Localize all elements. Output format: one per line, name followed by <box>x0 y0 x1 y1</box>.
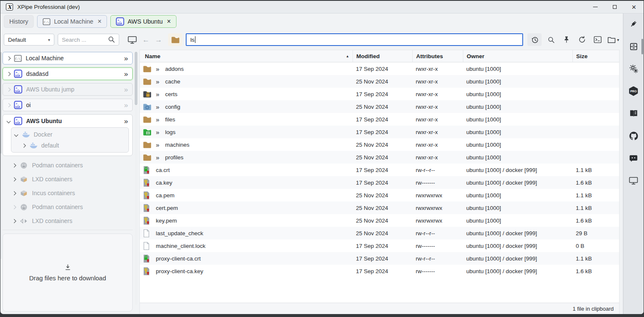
sidebar-left-scrollbar[interactable] <box>0 52 2 259</box>
file-name: files <box>165 116 175 123</box>
table-row[interactable]: proxy-client-ca.key17 Sep 2024rw-------u… <box>140 265 619 277</box>
table-row[interactable]: key.pem25 Nov 2024rwxrwxrwxubuntu [1000]… <box>140 214 619 227</box>
expand-chevrons-icon[interactable]: » <box>156 116 165 123</box>
sidebar-item-podman-containers[interactable]: Podman containers <box>13 160 133 170</box>
tab-history[interactable]: History <box>4 15 34 28</box>
sidebar-item-lxd-containers[interactable]: LXD containers <box>13 216 133 226</box>
chevron-right-icon[interactable] <box>7 56 11 60</box>
download-drop-zone[interactable]: Drag files here to download <box>3 234 133 312</box>
settings-gears-icon[interactable] <box>628 64 639 74</box>
current-directory-button[interactable] <box>168 33 182 46</box>
expand-chevrons-icon[interactable]: » <box>124 102 128 109</box>
chevron-right-icon[interactable] <box>7 72 11 76</box>
refresh-button[interactable] <box>576 33 588 46</box>
docs-book-icon[interactable] <box>628 108 639 118</box>
expand-chevrons-icon[interactable]: » <box>156 154 165 161</box>
chevron-right-icon[interactable] <box>7 103 11 107</box>
table-row[interactable]: last_update_check25 Nov 2024rw-r--r--ubu… <box>140 227 619 239</box>
chevron-right-icon[interactable] <box>22 143 26 148</box>
column-header-size[interactable]: Size <box>572 50 619 62</box>
folder-dropdown-button[interactable]: ▾ <box>607 33 620 46</box>
plug-icon[interactable] <box>628 19 639 29</box>
expand-chevrons-icon[interactable]: » <box>156 104 165 110</box>
chevron-right-icon[interactable] <box>12 219 16 223</box>
subtree-item-default[interactable]: default <box>11 140 128 151</box>
expand-chevrons-icon[interactable]: » <box>124 118 128 125</box>
table-row[interactable]: »files17 Sep 2024rwxr-xr-xubuntu [1000] <box>140 113 619 126</box>
table-row[interactable]: ca.pem25 Nov 2024rwxrwxrwxubuntu [1000]1… <box>140 189 619 201</box>
column-header-name[interactable]: Name▲ <box>140 50 353 62</box>
connection-oi[interactable]: >_SSHoi» <box>3 99 133 111</box>
search-input[interactable]: Search ... <box>58 34 119 46</box>
tab-local-machine[interactable]: C:\_Local Machine× <box>37 15 107 28</box>
chevron-right-icon[interactable] <box>7 87 11 91</box>
connection-aws-ubuntu-jump[interactable]: >_SSHAWS Ubuntu jump» <box>3 83 133 96</box>
cell-owner: ubuntu [1000] <box>463 218 572 224</box>
table-row[interactable]: »addons17 Sep 2024rwxr-xr-xubuntu [1000] <box>140 62 619 75</box>
table-row[interactable]: »config25 Nov 2024rwxr-xr-xubuntu [1000] <box>140 100 619 113</box>
github-icon[interactable] <box>628 131 639 141</box>
discord-icon[interactable] <box>628 153 639 163</box>
expand-chevrons-icon[interactable]: » <box>124 55 128 62</box>
table-row[interactable]: »logs17 Sep 2024rwxr-xr-xubuntu [1000] <box>140 126 619 138</box>
connection-local-machine[interactable]: C:\_Local Machine» <box>3 52 133 64</box>
sidebar-scrollbar[interactable] <box>135 52 137 305</box>
table-row[interactable]: »certs17 Sep 2024rwxr-xr-xubuntu [1000] <box>140 88 619 100</box>
scrollbar-thumb[interactable] <box>0 52 2 153</box>
table-row[interactable]: ca.key17 Sep 2024rw-------ubuntu [1000] … <box>140 176 619 189</box>
name-cell: »files <box>140 116 353 123</box>
pin-button[interactable] <box>560 33 573 46</box>
path-command-input[interactable]: ls <box>186 33 523 46</box>
chevron-down-icon[interactable] <box>14 132 19 137</box>
subtree-item-docker[interactable]: Docker <box>11 129 128 140</box>
column-header-modified[interactable]: Modified <box>353 50 412 62</box>
expand-chevrons-icon[interactable]: » <box>156 142 165 148</box>
connection-dsadasd[interactable]: >_SSHdsadasd» <box>3 67 133 80</box>
connection-aws-ubuntu[interactable]: >_SSHAWS Ubuntu» <box>3 115 132 127</box>
search-button[interactable] <box>545 33 557 46</box>
close-icon[interactable]: × <box>167 18 171 25</box>
profile-dropdown[interactable]: Default ▾ <box>4 34 54 46</box>
sidebar-item-lxd-containers[interactable]: LXD containers <box>13 174 133 184</box>
expand-chevrons-icon[interactable]: » <box>156 91 165 97</box>
sidebar-item-incus-containers[interactable]: Incus containers <box>13 188 133 198</box>
table-row[interactable]: proxy-client-ca.crt17 Sep 2024rw-r--r--u… <box>140 252 619 265</box>
chevron-right-icon[interactable] <box>12 191 16 195</box>
table-row[interactable]: »machines25 Nov 2024rwxr-xr-xubuntu [100… <box>140 138 619 151</box>
history-button[interactable] <box>527 33 542 46</box>
chevron-right-icon[interactable] <box>12 205 16 209</box>
ssh-icon: >_SSH <box>116 17 124 26</box>
table-row[interactable]: »cache25 Nov 2024rwxr-xr-xubuntu [1000] <box>140 75 619 88</box>
chevron-right-icon[interactable] <box>12 177 16 181</box>
rail-scrollbar-thumb[interactable] <box>641 39 643 54</box>
display-icon[interactable] <box>628 175 639 185</box>
table-row[interactable]: cert.pem25 Nov 2024rwxrwxrwxubuntu [1000… <box>140 201 619 214</box>
terminal-button-button[interactable] <box>591 33 604 46</box>
scrollbar-thumb[interactable] <box>135 52 137 105</box>
display-icon[interactable] <box>128 36 137 44</box>
column-header-attributes[interactable]: Attributes <box>412 50 463 62</box>
cell-attributes: rw-r--r-- <box>412 167 463 173</box>
table-row[interactable]: machine_client.lock17 Sep 2024rw-------u… <box>140 239 619 252</box>
expand-chevrons-icon[interactable]: » <box>124 70 128 78</box>
column-header-owner[interactable]: Owner <box>463 50 572 62</box>
maximize-button[interactable] <box>605 1 624 13</box>
minimize-button[interactable] <box>585 1 605 13</box>
expand-chevrons-icon[interactable]: » <box>156 66 165 72</box>
tab-aws-ubuntu[interactable]: >_SSHAWS Ubuntu× <box>110 15 176 28</box>
back-arrow-icon[interactable]: ← <box>142 36 150 43</box>
close-button[interactable]: × <box>624 1 644 13</box>
expand-chevrons-icon[interactable]: » <box>156 129 165 135</box>
table-row[interactable]: »profiles25 Nov 2024rwxr-xr-xubuntu [100… <box>140 151 619 164</box>
chevron-right-icon[interactable] <box>12 163 16 167</box>
table-row[interactable]: ca.crt17 Sep 2024rw-r--r--ubuntu [1000] … <box>140 164 619 176</box>
forward-arrow-icon[interactable]: → <box>155 36 162 43</box>
expand-chevrons-icon[interactable]: » <box>124 86 128 93</box>
chevron-down-icon[interactable] <box>7 119 11 123</box>
pro-badge[interactable]: PRO <box>628 86 639 96</box>
cell-attributes: rwxr-xr-x <box>412 116 463 123</box>
expand-chevrons-icon[interactable]: » <box>156 78 165 85</box>
sidebar-item-podman-containers[interactable]: Podman containers <box>13 202 133 212</box>
file-cabinet-icon[interactable] <box>628 41 639 51</box>
close-icon[interactable]: × <box>98 18 102 25</box>
